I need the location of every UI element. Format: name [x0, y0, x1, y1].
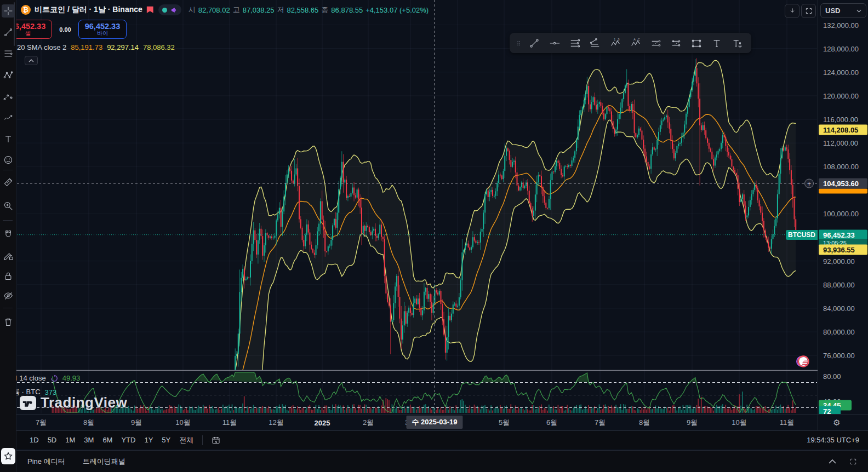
xabcd-pattern-tool-button[interactable]: [2, 68, 15, 82]
hide-drawings-button[interactable]: [2, 289, 15, 302]
elliott-correction-icon: AC: [630, 38, 641, 49]
tradingview-logo-icon: [20, 396, 36, 410]
price-axis[interactable]: USD 132,000.00128,000.00124,000.00120,00…: [818, 0, 868, 414]
currency-dropdown[interactable]: USD: [820, 3, 866, 18]
bb-basis-value: 85,191.73: [71, 43, 102, 51]
axis-settings-gear-icon[interactable]: ⚙: [833, 418, 840, 428]
price-axis-tick: 124,000.00: [823, 68, 859, 76]
price-axis-tick: 84,000.00: [823, 304, 855, 312]
chart-canvas[interactable]: [16, 0, 818, 414]
range-button-5d[interactable]: 5D: [43, 434, 61, 446]
legend-collapse-button[interactable]: [25, 56, 38, 65]
panel-maximize-icon[interactable]: [849, 458, 857, 465]
elliott-correction-button[interactable]: AC: [626, 35, 644, 51]
last-price-symbol-chip: BTCUSD: [786, 230, 818, 240]
svg-text:1: 1: [614, 38, 615, 41]
economic-event-flag-icon[interactable]: [796, 354, 810, 369]
add-alert-plus-icon[interactable]: +: [804, 179, 814, 188]
range-button-5y[interactable]: 5Y: [157, 434, 175, 446]
flat-channel-button[interactable]: [667, 35, 685, 51]
rsi-indicator-legend[interactable]: RSI 14 close 49.93: [5, 374, 80, 382]
text-icon: [711, 38, 722, 49]
trend-line-tool-icon: [3, 27, 13, 37]
go-to-date-button[interactable]: [207, 434, 225, 447]
fib-retracement-tool-button[interactable]: [2, 47, 15, 60]
bb-basis-price-label-partial: [819, 189, 867, 194]
brush-tool-button[interactable]: [2, 111, 15, 124]
clock-timezone-button[interactable]: 19:54:35 UTC+9: [807, 436, 859, 444]
symbol-title[interactable]: 비트코인 / 달러 · 1날 · Binance: [35, 5, 142, 15]
rectangle-button[interactable]: [687, 35, 705, 51]
trend-fib-icon: [590, 38, 601, 49]
tab-pine-editor[interactable]: Pine 에디터: [27, 457, 65, 467]
trend-line-button[interactable]: [525, 35, 543, 51]
elliott-impulse-button[interactable]: 15: [606, 35, 624, 51]
trend-line-icon: [529, 38, 540, 49]
remove-drawings-icon: [3, 317, 13, 327]
trend-fib-button[interactable]: [586, 35, 604, 51]
parallel-channel-icon: [650, 38, 661, 49]
fib-levels-button[interactable]: [566, 35, 584, 51]
trend-line-tool-button[interactable]: [2, 26, 15, 39]
price-axis-tick: 120,000.00: [823, 91, 859, 100]
drawing-lock-button[interactable]: [2, 249, 15, 262]
anchored-text-icon: [732, 38, 743, 49]
time-axis-label: 8월: [639, 418, 650, 428]
toolbar-drag-handle[interactable]: [515, 38, 523, 49]
zoom-in-tool-button[interactable]: [2, 199, 15, 212]
time-axis[interactable]: 7월8월9월10월11월12월20252월3월4월5월6월7월8월9월10월11…: [0, 414, 868, 430]
lock-all-button[interactable]: [2, 269, 15, 283]
flag-icon[interactable]: [146, 6, 155, 14]
volume-value: 373: [45, 388, 57, 396]
low-value: 82,558.65: [287, 6, 319, 14]
range-button-ytd[interactable]: YTD: [117, 434, 140, 446]
range-button-1m[interactable]: 1M: [61, 434, 79, 446]
crosshair-tool-button[interactable]: [2, 4, 15, 18]
alert-megaphone-icon: [170, 7, 178, 14]
emoji-tool-button[interactable]: [2, 153, 15, 166]
text-button[interactable]: [707, 35, 726, 51]
fullscreen-button[interactable]: [801, 4, 816, 18]
market-status-pill[interactable]: [158, 4, 181, 15]
fib-levels-icon: [569, 38, 580, 49]
tradingview-chart-app: ₿ 비트코인 / 달러 · 1날 · Binance 시82,708.02 고8…: [0, 0, 868, 472]
download-button[interactable]: [785, 4, 800, 18]
buy-label: 바이: [97, 31, 108, 37]
prediction-tool-button[interactable]: [2, 90, 15, 103]
anchored-text-button[interactable]: [728, 35, 746, 51]
drag-handle-icon: [515, 38, 523, 49]
sell-label: 셀: [25, 31, 31, 37]
favorites-star-button[interactable]: [1, 448, 15, 464]
text-tool-button[interactable]: [2, 133, 15, 146]
bb-indicator-legend[interactable]: BB 20 SMA close 2 85,191.73 92,297.14 78…: [5, 43, 175, 51]
chart-plot-area[interactable]: [16, 0, 818, 414]
panel-expand-chevron-icon[interactable]: [829, 459, 836, 464]
toolbar-divider: [202, 435, 203, 445]
time-axis-label: 7월: [595, 418, 606, 428]
range-button-전체[interactable]: 전체: [175, 433, 198, 447]
close-label: 종: [321, 5, 328, 15]
market-open-dot-icon: [162, 8, 167, 13]
range-button-1d[interactable]: 1D: [25, 434, 43, 446]
zoom-in-tool-icon: [3, 201, 13, 211]
magnet-tool-button[interactable]: [2, 228, 15, 241]
ruler-tool-button[interactable]: [2, 175, 15, 188]
remove-drawings-button[interactable]: [2, 315, 15, 329]
time-axis-label: 11월: [780, 418, 795, 428]
range-button-6m[interactable]: 6M: [98, 434, 117, 446]
range-button-1y[interactable]: 1Y: [140, 434, 157, 446]
calendar-icon: [212, 436, 220, 445]
parallel-channel-button[interactable]: [647, 35, 665, 51]
buy-price: 96,452.33: [85, 22, 121, 31]
price-axis-tick: 76,000.00: [823, 352, 855, 360]
horizontal-line-button[interactable]: [545, 35, 563, 51]
drawing-tools-sidebar: [0, 0, 16, 472]
buy-button[interactable]: 96,452.33 바이: [78, 20, 127, 39]
price-axis-tick: 88,000.00: [823, 280, 855, 289]
time-axis-label: 9월: [131, 418, 142, 428]
flat-channel-icon: [671, 38, 682, 49]
range-button-3m[interactable]: 3M: [79, 434, 98, 446]
tab-trading-panel[interactable]: 트레이딩패널: [83, 457, 125, 467]
lock-all-icon: [3, 271, 13, 281]
open-label: 시: [189, 5, 196, 15]
